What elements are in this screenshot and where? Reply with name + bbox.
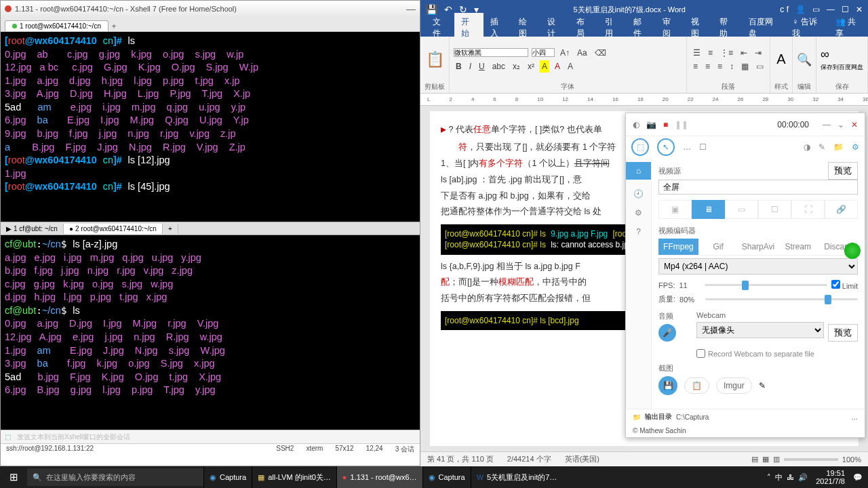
view-read-icon[interactable]: ▦	[762, 455, 769, 464]
subtab-1[interactable]: ▶ 1 cf@ubt: ~/cn	[1, 224, 64, 234]
close-icon[interactable]: ✕	[851, 120, 858, 129]
taskbar-word[interactable]: W5关机重启及init的7…	[471, 466, 563, 488]
theme-icon[interactable]: ◑	[804, 142, 810, 152]
folder-icon[interactable]: 📁	[633, 413, 641, 421]
snapshot-icon[interactable]: 📷	[646, 120, 656, 129]
keys-icon[interactable]: …	[683, 142, 691, 152]
volume-icon[interactable]: 🔊	[798, 473, 808, 482]
paste-icon[interactable]: 📋	[426, 51, 444, 68]
view-web-icon[interactable]: ▥	[773, 455, 780, 464]
mode-webcam-icon[interactable]: ▣	[658, 200, 692, 219]
taskbar-search[interactable]: 🔍 在这里输入你要搜索的内容	[27, 468, 203, 486]
font-size-input[interactable]	[532, 48, 555, 57]
bold-icon[interactable]: B	[454, 60, 464, 73]
network-icon[interactable]: 🖧	[787, 473, 794, 481]
xshell-send-bar[interactable]: ⬚ 发送文本到当前Xshell窗口的全部会话	[1, 430, 420, 443]
side-home-icon[interactable]: ⌂	[626, 162, 651, 180]
edit-icon[interactable]: ✎	[818, 142, 825, 152]
multilevel-icon[interactable]: ⋮≡	[718, 47, 735, 59]
clicks-icon[interactable]: ☐	[699, 142, 707, 152]
mode-window-icon[interactable]: ▭	[725, 200, 758, 219]
align-c-icon[interactable]: ≡	[703, 60, 712, 73]
subtab-2[interactable]: ● 2 root@wx604174410:~/cn	[64, 224, 163, 234]
limit-checkbox[interactable]: Limit	[831, 280, 858, 290]
side-history-icon[interactable]: 🕘	[633, 189, 644, 199]
folder-icon[interactable]: 📁	[833, 142, 844, 152]
numbering-icon[interactable]: ≡	[706, 47, 715, 59]
tab-stream[interactable]: Stream	[778, 239, 818, 256]
highlight-icon[interactable]: A	[540, 60, 549, 73]
tray-up-icon[interactable]: ˄	[767, 473, 771, 482]
page-indicator[interactable]: 第 41 页，共 110 页	[427, 454, 494, 464]
mode-link-icon[interactable]: 🔗	[825, 200, 858, 219]
bullets-icon[interactable]: ☰	[691, 47, 703, 59]
system-tray[interactable]: ˄ 中 🖧 🔊 19:51 2021/7/8 💬	[762, 469, 868, 485]
webcam-preview-button[interactable]: 预览	[828, 324, 858, 342]
find-icon[interactable]: 🔍	[797, 52, 812, 67]
line-sp-icon[interactable]: ↕	[728, 60, 736, 73]
side-settings-icon[interactable]: ⚙	[635, 208, 642, 218]
tab-gif[interactable]: Gif	[698, 239, 738, 256]
indent-inc-icon[interactable]: ⇥	[753, 47, 764, 59]
collapse-icon[interactable]: ◐	[633, 120, 639, 129]
ime-icon[interactable]: 中	[775, 472, 783, 483]
mode-region-icon[interactable]: ☐	[758, 200, 791, 219]
terminal-pane-top[interactable]: [root@wx604174410 cn]# ls 0.jpg ab c.jpg…	[1, 32, 420, 222]
baidu-icon[interactable]: ∞	[821, 47, 863, 62]
preview-button[interactable]: 预览	[828, 162, 858, 180]
annotate-icon[interactable]: ✎	[759, 381, 766, 390]
strike-icon[interactable]: abc	[490, 60, 507, 73]
tab-discard[interactable]: Discard	[818, 239, 858, 256]
clear-fmt-icon[interactable]: ⌫	[593, 47, 608, 59]
border-icon[interactable]: ▭	[754, 60, 766, 73]
lang-indicator[interactable]: 英语(美国)	[565, 454, 599, 464]
word-count[interactable]: 2/44214 个字	[507, 454, 551, 464]
taskbar-lvm[interactable]: ▦all-LVM 的init0关…	[252, 466, 336, 488]
record-separate-checkbox[interactable]: Record Webcam to separate file	[696, 349, 858, 358]
region-icon[interactable]: ⬚	[631, 138, 649, 156]
zoom-slider[interactable]	[784, 458, 838, 461]
webcam-select[interactable]: 无摄像头	[696, 322, 824, 338]
align-l-icon[interactable]: ≡	[691, 60, 700, 73]
tab-sharpavi[interactable]: SharpAvi	[738, 239, 778, 256]
tab-add-button[interactable]: +	[108, 22, 119, 31]
sup-icon[interactable]: x²	[526, 60, 536, 73]
more-icon[interactable]: …	[851, 413, 858, 421]
terminal-tab-1[interactable]: 1 root@wx604174410:~/cn	[5, 20, 108, 31]
underline-icon[interactable]: U	[477, 60, 487, 73]
ruler[interactable]: L246810121416182022242628303234363840	[420, 94, 868, 106]
settings-icon[interactable]: ⚙	[852, 142, 859, 152]
tab-ffmpeg[interactable]: FFmpeg	[658, 239, 698, 256]
sub-icon[interactable]: x₂	[511, 60, 522, 73]
notifications-icon[interactable]: 💬	[853, 473, 863, 482]
terminal-pane-bottom[interactable]: cf@ubt:~/cn$ ls [a-z].jpg a.jpg e.jpg i.…	[1, 235, 420, 430]
mode-full-icon[interactable]: ⛶	[791, 200, 825, 219]
clock[interactable]: 19:51 2021/7/8	[812, 469, 849, 485]
minimize-icon[interactable]: —	[823, 120, 831, 129]
expand-icon[interactable]: ⌄	[837, 120, 844, 129]
shading-icon[interactable]: ▦	[739, 60, 751, 73]
minimize-button[interactable]: —	[406, 3, 416, 14]
pause-button[interactable]: ❚❚	[675, 120, 688, 129]
subtab-add[interactable]: +	[163, 224, 178, 234]
indent-dec-icon[interactable]: ⇤	[738, 47, 749, 59]
cursor-icon[interactable]: ↖	[657, 138, 675, 156]
case-icon[interactable]: Aa	[575, 47, 589, 59]
taskbar-xshell[interactable]: ●1.131 - root@wx6…	[336, 466, 422, 488]
imgur-button[interactable]: Imgur	[716, 378, 752, 394]
zoom-value[interactable]: 100%	[842, 455, 861, 464]
italic-icon[interactable]: I	[467, 60, 473, 73]
source-input[interactable]	[658, 180, 858, 195]
view-print-icon[interactable]: ▤	[751, 455, 758, 464]
font-color-icon[interactable]: A	[553, 60, 562, 73]
outdir-path[interactable]: C:\Captura	[676, 413, 709, 421]
disk-button[interactable]: 💾	[658, 376, 677, 395]
start-button[interactable]: ⊞	[0, 471, 27, 483]
clipboard-button[interactable]: 📋	[684, 378, 709, 394]
side-help-icon[interactable]: ?	[636, 227, 641, 237]
align-r-icon[interactable]: ≡	[715, 60, 724, 73]
styles-icon[interactable]: A	[776, 52, 785, 67]
codec-select[interactable]: Mp4 (x264 | AAC)	[658, 258, 858, 274]
font-name-input[interactable]	[454, 48, 528, 57]
fps-slider[interactable]	[705, 284, 827, 286]
